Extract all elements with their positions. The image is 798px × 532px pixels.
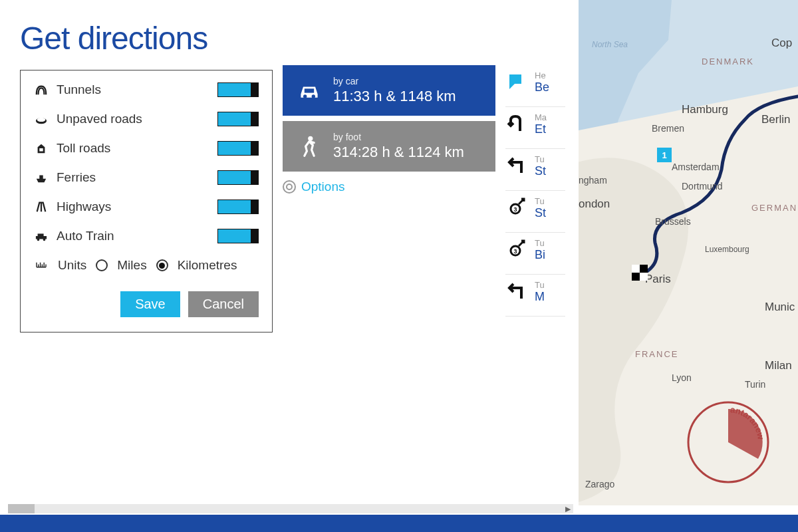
map-city-label: Berlin (761, 113, 790, 126)
units-icon (34, 259, 49, 272)
tunnel-icon (34, 83, 49, 96)
directions-list: HeBe MaEt TuSt 3 TuSt 3 TuBi TuM (505, 20, 565, 505)
map-city-label: ondon (579, 198, 610, 211)
unit-miles-label: Miles (117, 258, 146, 273)
map-country-label: FRANCE (635, 349, 678, 359)
car-icon (296, 77, 323, 104)
direction-step[interactable]: 3 TuBi (505, 233, 565, 275)
map-city-label: Paris (645, 273, 671, 286)
toggle-toll[interactable] (217, 141, 259, 156)
map-city-label: Dortmund (682, 181, 722, 192)
map-start-pin[interactable]: 1 (657, 148, 672, 162)
radio-km[interactable] (156, 259, 168, 271)
route-by-foot[interactable]: by foot 314:28 h & 1124 km (283, 121, 495, 172)
scroll-right-arrow[interactable]: ▶ (565, 505, 571, 513)
units-row: Units Miles Kilometres (34, 258, 259, 273)
svg-rect-9 (305, 88, 314, 92)
svg-rect-3 (36, 236, 47, 239)
autotrain-icon (34, 229, 49, 243)
option-label: Tunnels (57, 82, 101, 97)
direction-step[interactable]: HeBe (505, 65, 565, 107)
route-detail: 11:33 h & 1148 km (333, 88, 456, 105)
route-options-panel: Tunnels Unpaved roads (20, 70, 273, 332)
option-label: Toll roads (57, 141, 110, 156)
toggle-ferries[interactable] (217, 170, 259, 185)
roundabout-icon: 3 (505, 196, 528, 219)
ferry-icon (34, 171, 49, 184)
map-city-label: Bremen (652, 123, 684, 134)
option-label: Ferries (57, 170, 96, 185)
scrollbar-thumb[interactable] (8, 504, 35, 513)
toggle-highways[interactable] (217, 200, 259, 214)
cancel-button[interactable]: Cancel (188, 291, 259, 317)
map-city-label: Milan (765, 359, 792, 372)
map-sea-label: North Sea (592, 40, 628, 49)
page-title: Get directions (20, 20, 273, 57)
direction-step[interactable]: TuM (505, 275, 565, 317)
toggle-unpaved[interactable] (217, 112, 259, 126)
unpaved-icon (34, 112, 49, 126)
map-city-label: Zarago (585, 479, 614, 489)
map-city-label: Brussels (655, 216, 691, 227)
toll-icon (34, 142, 49, 155)
svg-rect-4 (38, 233, 44, 236)
option-label: Unpaved roads (57, 112, 142, 126)
option-autotrain: Auto Train (34, 229, 259, 243)
option-toll: Toll roads (34, 141, 259, 156)
map-city-label: Turin (745, 379, 765, 390)
route-by-car[interactable]: by car 11:33 h & 1148 km (283, 65, 495, 116)
map-city-label: Munic (765, 301, 795, 314)
option-unpaved: Unpaved roads (34, 112, 259, 126)
turn-left-icon (505, 154, 528, 177)
svg-point-8 (312, 94, 315, 98)
start-icon (505, 70, 528, 93)
watermark-logo: antaranews.com (685, 399, 771, 485)
option-label: Auto Train (57, 229, 114, 243)
option-tunnels: Tunnels (34, 82, 259, 97)
route-mode-label: by car (333, 76, 456, 86)
roundabout-icon: 3 (505, 238, 528, 261)
walk-icon (296, 133, 323, 160)
gear-icon (283, 180, 296, 194)
map-destination-pin[interactable] (632, 265, 648, 281)
route-mode-label: by foot (333, 132, 464, 142)
svg-point-5 (37, 239, 40, 241)
save-button[interactable]: Save (120, 291, 180, 317)
options-link-label: Options (301, 180, 344, 194)
units-label: Units (58, 258, 86, 273)
direction-step[interactable]: MaEt (505, 107, 565, 149)
uturn-icon (505, 112, 528, 135)
map-country-label: GERMAN (751, 203, 797, 213)
svg-rect-2 (39, 148, 43, 152)
horizontal-scrollbar[interactable]: ▶ (8, 504, 573, 513)
svg-point-1 (37, 118, 46, 122)
map-city-label: ngham (579, 175, 607, 186)
map-country-label: DENMARK (702, 57, 754, 66)
map-city-label: Amsterdam (672, 162, 720, 172)
toggle-tunnels[interactable] (217, 82, 259, 97)
option-label: Highways (57, 200, 111, 214)
route-detail: 314:28 h & 1124 km (333, 144, 464, 161)
direction-step[interactable]: TuSt (505, 149, 565, 191)
svg-text:3: 3 (513, 248, 517, 255)
svg-point-6 (43, 239, 46, 241)
svg-point-10 (308, 136, 313, 141)
svg-point-7 (303, 94, 307, 98)
toggle-autotrain[interactable] (217, 229, 259, 243)
footer-bar (0, 515, 798, 532)
svg-text:3: 3 (513, 206, 517, 213)
option-ferries: Ferries (34, 170, 259, 185)
option-highways: Highways (34, 200, 259, 214)
radio-miles[interactable] (96, 259, 108, 271)
highway-icon (34, 200, 49, 213)
map-city-label: Hamburg (682, 103, 728, 116)
unit-km-label: Kilometres (178, 258, 237, 273)
options-link[interactable]: Options (283, 180, 495, 194)
map-city-label: Lyon (672, 372, 692, 383)
map-city-label: Luxembourg (705, 245, 749, 254)
map-city-label: Cop (771, 37, 792, 50)
turn-left-icon (505, 280, 528, 303)
direction-step[interactable]: 3 TuSt (505, 191, 565, 233)
